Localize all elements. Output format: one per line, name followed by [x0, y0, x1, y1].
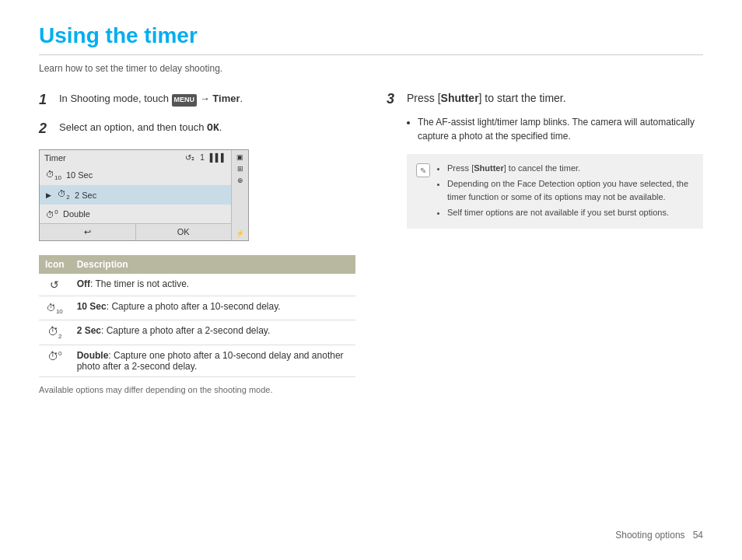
- desc-off: Off: The timer is not active.: [71, 274, 355, 296]
- desc-10sec-rest: : Capture a photo after a 10-second dela…: [107, 301, 281, 312]
- step-2: 2 Select an option, and then touch OK.: [39, 120, 355, 138]
- table-header-description: Description: [71, 255, 355, 274]
- page-title: Using the timer: [39, 23, 703, 55]
- step-3-header: 3 Press [Shutter] to start the timer.: [387, 91, 703, 107]
- sidebar-icon-1: ▣: [236, 153, 243, 161]
- step-3-title: Press [Shutter] to start the timer.: [407, 91, 566, 107]
- table-row: ↺ Off: The timer is not active.: [39, 274, 355, 296]
- camera-ok-button[interactable]: OK: [136, 224, 232, 240]
- frame-counter: 1: [200, 153, 205, 162]
- page-subtitle: Learn how to set the timer to delay shoo…: [39, 63, 703, 74]
- icon-2sec: ⏱2: [39, 320, 71, 345]
- step-1-bold: Timer: [212, 93, 240, 104]
- desc-2sec-bold: 2 Sec: [77, 325, 101, 336]
- selected-indicator: ▶: [46, 191, 51, 199]
- step-1-text-before: In Shooting mode, touch: [59, 93, 169, 104]
- left-column: 1 In Shooting mode, touch MENU → Timer. …: [39, 91, 355, 394]
- camera-header-title: Timer: [44, 153, 66, 163]
- camera-back-button[interactable]: ↩: [40, 224, 136, 240]
- camera-option-2sec-label: 2 Sec: [75, 191, 96, 200]
- note-item-3: Self timer options are not available if …: [447, 206, 694, 220]
- right-column: 3 Press [Shutter] to start the timer. Th…: [387, 91, 703, 394]
- table-row: ⏱2 2 Sec: Capture a photo after a 2-seco…: [39, 320, 355, 345]
- step-1-number: 1: [39, 91, 53, 109]
- note-shutter-ref: Shutter: [474, 163, 504, 173]
- camera-header: Timer ↺₂ 1 ▌▌▌: [40, 150, 231, 166]
- desc-10sec: 10 Sec: Capture a photo after a 10-secon…: [71, 296, 355, 320]
- step-1-arrow: →: [200, 93, 213, 104]
- step-2-number: 2: [39, 120, 53, 138]
- table-row: ⏱10 10 Sec: Capture a photo after a 10-s…: [39, 296, 355, 320]
- timer-icon-small: ↺₂: [185, 153, 194, 162]
- table-header-icon: Icon: [39, 255, 71, 274]
- camera-option-double-label: Double: [63, 209, 90, 219]
- camera-menu: Timer ↺₂ 1 ▌▌▌ ⏱10 10 Sec: [40, 150, 231, 240]
- note-box-content: ✎ Press [Shutter] to cancel the timer. D…: [416, 162, 694, 221]
- note-box: ✎ Press [Shutter] to cancel the timer. D…: [407, 154, 703, 229]
- step-2-ok: OK: [207, 122, 219, 134]
- camera-options: ⏱10 10 Sec ▶ ⏱2 2 Sec ⏱0 Double: [40, 166, 231, 223]
- step-1-text: In Shooting mode, touch MENU → Timer.: [59, 91, 243, 107]
- desc-2sec: 2 Sec: Capture a photo after a 2-second …: [71, 320, 355, 345]
- footer-text: Shooting options: [615, 530, 684, 541]
- desc-off-rest: : The timer is not active.: [90, 278, 189, 289]
- desc-double: Double: Capture one photo after a 10-sec…: [71, 345, 355, 377]
- step-1: 1 In Shooting mode, touch MENU → Timer.: [39, 91, 355, 109]
- camera-option-2sec[interactable]: ▶ ⏱2 2 Sec: [40, 185, 231, 205]
- icon-10sec: ⏱10: [39, 296, 71, 320]
- battery-icon: ▌▌▌: [210, 153, 226, 162]
- timer-2sec-icon: ⏱2: [58, 189, 70, 201]
- footer-page: 54: [693, 530, 703, 541]
- timer-double-icon: ⏱0: [46, 208, 58, 219]
- step-2-text: Select an option, and then touch OK.: [59, 120, 222, 136]
- note-icon: ✎: [416, 163, 430, 177]
- camera-option-10sec-label: 10 Sec: [66, 170, 93, 180]
- camera-option-10sec[interactable]: ⏱10 10 Sec: [40, 166, 231, 185]
- icon-off: ↺: [39, 274, 71, 296]
- camera-screen: Timer ↺₂ 1 ▌▌▌ ⏱10 10 Sec: [39, 149, 249, 241]
- desc-double-rest: : Capture one photo after a 10-second de…: [77, 350, 344, 372]
- note-items: Press [Shutter] to cancel the timer. Dep…: [436, 162, 694, 221]
- timer-10sec-icon: ⏱10: [46, 170, 61, 181]
- desc-10sec-bold: 10 Sec: [77, 301, 107, 312]
- camera-option-double[interactable]: ⏱0 Double: [40, 205, 231, 223]
- table-row: ⏱0 Double: Capture one photo after a 10-…: [39, 345, 355, 377]
- icon-double: ⏱0: [39, 345, 71, 377]
- footnote: Available options may differ depending o…: [39, 385, 355, 394]
- step-3-bullets: The AF-assist light/timer lamp blinks. T…: [407, 115, 703, 143]
- sidebar-icon-2: ⊞: [237, 165, 243, 173]
- step-2-text-before: Select an option, and then touch: [59, 121, 204, 133]
- step-3-bullet-1: The AF-assist light/timer lamp blinks. T…: [418, 115, 703, 143]
- camera-sidebar: ▣ ⊞ ⊕ ⚡: [231, 150, 248, 240]
- desc-off-bold: Off: [77, 278, 90, 289]
- desc-2sec-rest: : Capture a photo after a 2-second delay…: [101, 325, 270, 336]
- icon-table: Icon Description ↺ Off: The timer is not…: [39, 255, 355, 377]
- desc-double-bold: Double: [77, 350, 109, 361]
- menu-icon: MENU: [172, 94, 198, 107]
- step-2-period: .: [219, 121, 222, 133]
- step-3-number: 3: [387, 91, 401, 107]
- camera-footer: ↩ OK: [40, 223, 231, 240]
- sidebar-icon-3: ⊕: [237, 177, 243, 184]
- note-item-2: Depending on the Face Detection option y…: [447, 177, 694, 205]
- note-item-1: Press [Shutter] to cancel the timer.: [447, 162, 694, 176]
- step-3-shutter: Shutter: [441, 92, 479, 104]
- sidebar-icon-4: ⚡: [236, 229, 244, 237]
- step-1-period: .: [240, 93, 243, 104]
- camera-header-icons: ↺₂ 1 ▌▌▌: [185, 153, 226, 162]
- page-footer: Shooting options 54: [615, 530, 703, 541]
